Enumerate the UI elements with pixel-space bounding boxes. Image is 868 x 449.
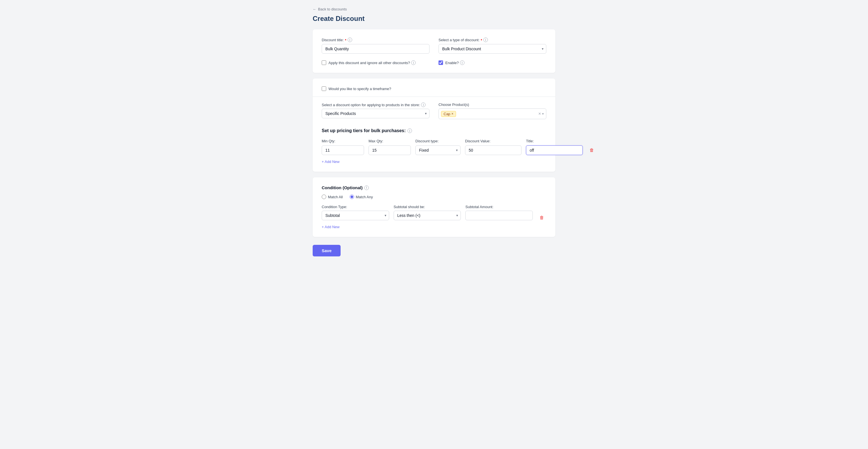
apply-ignore-label[interactable]: Apply this discount and ignore all other… (329, 60, 416, 65)
subtotal-should-be-select[interactable]: Less then (<) Greater then (>) Equal to … (394, 211, 461, 220)
timeframe-row: Would you like to specify a timeframe? (322, 86, 546, 91)
products-input-actions: × ▾ (538, 112, 544, 116)
delete-tier-icon[interactable]: 🗑 (587, 148, 596, 153)
match-any-radio[interactable] (350, 194, 354, 199)
back-link-text: Back to discounts (318, 7, 347, 11)
timeframe-label[interactable]: Would you like to specify a timeframe? (329, 87, 391, 91)
pricing-tiers-title: Set up pricing tiers for bulk purchases:… (322, 128, 546, 133)
back-to-discounts-link[interactable]: ← Back to discounts (313, 7, 347, 11)
enable-group: Enable? i (438, 59, 546, 65)
condition-card: Condition (Optional) i Match All Match A… (313, 177, 555, 237)
discount-type-select-wrapper: Bulk Product Discount Percentage Discoun… (438, 44, 546, 54)
condition-type-group: Condition Type: Subtotal Total Quantity … (322, 205, 389, 220)
condition-type-select-wrapper: Subtotal Total Quantity ▾ (322, 211, 389, 220)
pricing-tier-row: Fixed Percentage ▾ 🗑 (322, 145, 546, 155)
subtotal-amount-label: Subtotal Amount: (465, 205, 533, 209)
match-any-label: Match Any (356, 195, 373, 199)
discount-type-label: Select a type of discount: • i (438, 37, 546, 42)
discount-option-select[interactable]: Specific Products All Products Specific … (322, 109, 430, 118)
apply-ignore-checkbox[interactable] (322, 60, 326, 65)
products-clear-icon[interactable]: × (538, 112, 541, 116)
discount-title-group: Discount title: • i (322, 37, 430, 54)
discount-option-group: Select a discount option for applying to… (322, 102, 430, 119)
condition-section-title: Condition (Optional) i (322, 185, 546, 190)
discount-title-input[interactable] (322, 44, 430, 54)
discount-value-col-label: Discount Value: (465, 139, 522, 143)
pricing-tiers-info-icon[interactable]: i (407, 128, 412, 133)
product-tag-cap: Cap × (441, 111, 456, 117)
discount-type-info-icon[interactable]: i (484, 37, 488, 42)
subtotal-should-be-select-wrapper: Less then (<) Greater then (>) Equal to … (394, 211, 461, 220)
pricing-tiers-header: Min Qty: Max Qty: Discount type: Discoun… (322, 139, 546, 143)
enable-info-icon[interactable]: i (460, 60, 464, 65)
title-col-label: Title: (526, 139, 534, 143)
max-qty-input[interactable] (369, 145, 411, 155)
discount-type-group: Select a type of discount: • i Bulk Prod… (438, 37, 546, 54)
discount-option-label: Select a discount option for applying to… (322, 102, 430, 107)
subtotal-amount-input[interactable] (465, 211, 533, 220)
condition-type-label: Condition Type: (322, 205, 389, 209)
discount-basic-card: Discount title: • i Select a type of dis… (313, 29, 555, 73)
choose-products-group: Choose Product(s) Cap × × ▾ (438, 102, 546, 119)
discount-title-label: Discount title: • i (322, 37, 430, 42)
apply-ignore-group: Apply this discount and ignore all other… (322, 59, 430, 65)
choose-products-input[interactable]: Cap × × ▾ (438, 109, 546, 119)
discount-option-info-icon[interactable]: i (421, 102, 426, 107)
back-arrow-icon: ← (313, 7, 316, 11)
save-button[interactable]: Save (313, 245, 341, 257)
apply-ignore-info-icon[interactable]: i (411, 60, 416, 65)
discount-type-col-label: Discount type: (415, 139, 461, 143)
add-new-condition-button[interactable]: + Add New (322, 225, 339, 229)
discount-value-input[interactable] (465, 145, 522, 155)
condition-type-select[interactable]: Subtotal Total Quantity (322, 211, 389, 220)
choose-products-label: Choose Product(s) (438, 102, 546, 107)
subtotal-should-be-label: Subtotal should be: (394, 205, 461, 209)
subtotal-should-be-group: Subtotal should be: Less then (<) Greate… (394, 205, 461, 220)
match-all-radio[interactable] (322, 194, 326, 199)
required-dot-2: • (480, 37, 482, 42)
pricing-tiers-card: Would you like to specify a timeframe? S… (313, 79, 555, 172)
condition-info-icon[interactable]: i (364, 185, 369, 190)
match-any-radio-item[interactable]: Match Any (350, 194, 373, 199)
discount-title-info-icon[interactable]: i (348, 37, 352, 42)
subtotal-amount-group: Subtotal Amount: (465, 205, 533, 220)
add-new-tier-button[interactable]: + Add New (322, 159, 339, 164)
match-all-radio-item[interactable]: Match All (322, 194, 343, 199)
discount-type-tier-select-wrapper: Fixed Percentage ▾ (415, 145, 461, 155)
timeframe-checkbox[interactable] (322, 86, 326, 91)
max-qty-col-label: Max Qty: (369, 139, 411, 143)
discount-option-select-wrapper: Specific Products All Products Specific … (322, 109, 430, 118)
required-dot: • (345, 37, 346, 42)
product-tag-label: Cap (443, 112, 451, 116)
condition-row: Condition Type: Subtotal Total Quantity … (322, 205, 546, 220)
match-all-label: Match All (328, 195, 343, 199)
enable-label[interactable]: Enable? i (445, 60, 464, 65)
product-tag-close-icon[interactable]: × (452, 112, 454, 116)
min-qty-input[interactable] (322, 145, 364, 155)
discount-type-tier-select[interactable]: Fixed Percentage (415, 145, 461, 155)
match-radio-group: Match All Match Any (322, 194, 546, 199)
enable-checkbox[interactable] (438, 60, 443, 65)
page-title: Create Discount (313, 15, 555, 23)
products-chevron-icon[interactable]: ▾ (542, 112, 544, 116)
discount-type-select[interactable]: Bulk Product Discount Percentage Discoun… (438, 44, 546, 54)
min-qty-col-label: Min Qty: (322, 139, 364, 143)
delete-condition-icon[interactable]: 🗑 (537, 215, 546, 220)
title-input[interactable] (526, 145, 583, 155)
